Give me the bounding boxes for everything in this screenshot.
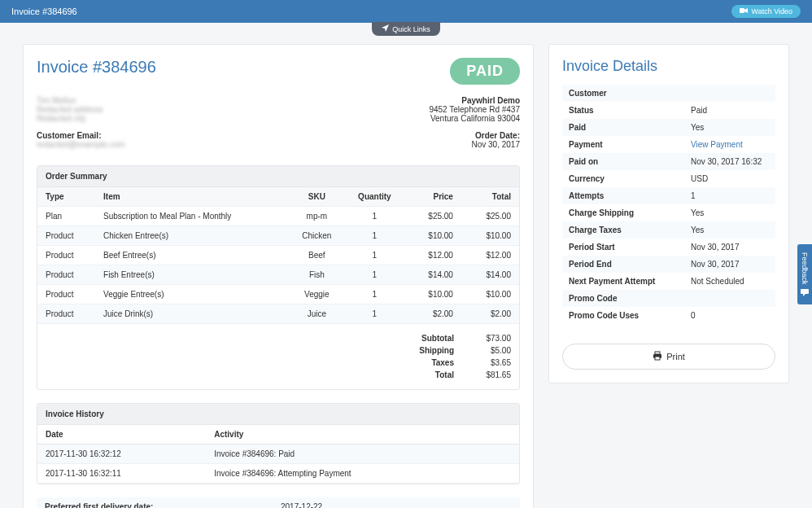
details-value: Nov 30, 2017 16:32 [691, 157, 769, 166]
details-key: Charge Shipping [569, 208, 691, 217]
details-key: Promo Code [569, 294, 691, 303]
company-addr2: Ventura California 93004 [429, 114, 520, 123]
company-block: Paywhirl Demo 9452 Telephone Rd #437 Ven… [429, 96, 520, 149]
customer-email-redacted: redacted@example.com [37, 140, 125, 149]
col-history-date: Date [37, 425, 206, 444]
details-key: Customer [569, 89, 691, 98]
table-row: ProductFish Entree(s)Fish1$14.00$14.00 [37, 265, 519, 285]
col-qty: Quantity [346, 187, 404, 207]
custom-fields: Preferred first delivery date:2017-12-22… [37, 497, 520, 508]
cell-type: Product [37, 304, 95, 324]
paid-badge: PAID [450, 58, 520, 85]
company-addr1: 9452 Telephone Rd #437 [429, 105, 520, 114]
details-row: Period EndNov 30, 2017 [562, 256, 775, 273]
company-name: Paywhirl Demo [429, 96, 520, 105]
cell-sku: Beef [288, 246, 346, 265]
quick-links-button[interactable]: Quick Links [372, 22, 440, 36]
total-label: Total [405, 370, 454, 379]
details-key: Charge Taxes [569, 226, 691, 234]
chat-icon [801, 288, 809, 296]
cell-activity: Invoice #384696: Attempting Payment [206, 464, 519, 484]
cell-sku: Juice [288, 304, 346, 324]
cell-item: Chicken Entree(s) [95, 226, 288, 246]
taxes-label: Taxes [405, 358, 454, 367]
col-price: Price [404, 187, 461, 207]
details-key: Period End [569, 260, 691, 269]
quicklinks-wrap: Quick Links [0, 22, 812, 36]
table-row: 2017-11-30 16:32:11Invoice #384696: Atte… [37, 464, 519, 484]
col-total: Total [461, 187, 519, 207]
details-value: 1 [691, 191, 769, 200]
cell-sku: Fish [288, 265, 346, 285]
cell-price: $25.00 [404, 207, 461, 226]
customer-block: Tim Mellon Redacted address Redacted cit… [37, 96, 125, 149]
cell-item: Veggie Entree(s) [95, 285, 288, 304]
paper-plane-icon [382, 24, 389, 33]
invoice-header: Invoice #384696 PAID [37, 58, 520, 85]
total-value: $81.65 [470, 370, 511, 379]
cell-price: $10.00 [404, 285, 461, 304]
details-row: StatusPaid [562, 102, 775, 119]
cell-price: $12.00 [404, 246, 461, 265]
cell-qty: 1 [346, 304, 404, 324]
table-row: 2017-11-30 16:32:12Invoice #384696: Paid [37, 444, 519, 464]
details-key: Payment [569, 140, 691, 149]
cell-type: Product [37, 285, 95, 304]
invoice-history-table: Date Activity 2017-11-30 16:32:12Invoice… [37, 425, 519, 484]
cell-qty: 1 [346, 246, 404, 265]
invoice-history-section: Invoice History Date Activity 2017-11-30… [37, 403, 520, 484]
table-row: ProductJuice Drink(s)Juice1$2.00$2.00 [37, 304, 519, 324]
watch-video-label: Watch Video [751, 7, 792, 15]
cell-item: Subscription to Meal Plan - Monthly [95, 207, 288, 226]
quick-links-label: Quick Links [392, 25, 430, 33]
details-key: Next Payment Attempt [569, 277, 691, 286]
print-button[interactable]: Print [562, 344, 775, 370]
feedback-tab[interactable]: Feedback [797, 244, 812, 304]
printer-icon [653, 351, 662, 362]
subtotal-label: Subtotal [405, 334, 454, 343]
details-row: Paid onNov 30, 2017 16:32 [562, 153, 775, 170]
details-row: CurrencyUSD [562, 170, 775, 187]
details-value[interactable]: View Payment [691, 140, 769, 149]
table-row: PlanSubscription to Meal Plan - Monthlym… [37, 207, 519, 226]
order-summary-section: Order Summary Type Item SKU Quantity Pri… [37, 165, 520, 390]
customer-address-redacted: Redacted address [37, 105, 125, 114]
cell-date: 2017-11-30 16:32:11 [37, 464, 206, 484]
details-value: Yes [691, 226, 769, 234]
cell-total: $10.00 [461, 285, 519, 304]
page-body: Invoice #384696 PAID Tim Mellon Redacted… [0, 36, 812, 508]
custom-field-question: Preferred first delivery date: [45, 502, 281, 508]
cell-type: Product [37, 246, 95, 265]
details-value[interactable] [691, 89, 769, 98]
table-row: ProductVeggie Entree(s)Veggie1$10.00$10.… [37, 285, 519, 304]
feedback-label: Feedback [801, 252, 809, 285]
table-row: ProductBeef Entree(s)Beef1$12.00$12.00 [37, 246, 519, 265]
details-row: Promo Code Uses0 [562, 307, 775, 324]
details-row: Charge ShippingYes [562, 204, 775, 221]
details-key: Paid on [569, 157, 691, 166]
details-key: Currency [569, 174, 691, 183]
subtotal-value: $73.00 [470, 334, 511, 343]
details-row: Attempts1 [562, 187, 775, 204]
details-row: Period StartNov 30, 2017 [562, 239, 775, 256]
svg-rect-4 [801, 289, 809, 294]
cell-qty: 1 [346, 285, 404, 304]
table-row: ProductChicken Entree(s)Chicken1$10.00$1… [37, 226, 519, 246]
order-date: Nov 30, 2017 [429, 140, 520, 149]
details-value: Paid [691, 106, 769, 115]
cell-total: $25.00 [461, 207, 519, 226]
details-key: Attempts [569, 191, 691, 200]
details-value: Nov 30, 2017 [691, 243, 769, 252]
cell-price: $14.00 [404, 265, 461, 285]
print-label: Print [666, 352, 685, 361]
watch-video-button[interactable]: Watch Video [731, 5, 801, 18]
cell-activity: Invoice #384696: Paid [206, 444, 519, 464]
svg-rect-1 [655, 352, 660, 354]
cell-sku: Veggie [288, 285, 346, 304]
col-sku: SKU [288, 187, 346, 207]
cell-sku: Chicken [288, 226, 346, 246]
custom-field-answer: 2017-12-22 [281, 502, 322, 508]
order-summary-table: Type Item SKU Quantity Price Total PlanS… [37, 187, 519, 324]
cell-sku: mp-m [288, 207, 346, 226]
details-value: Not Scheduled [691, 277, 769, 286]
